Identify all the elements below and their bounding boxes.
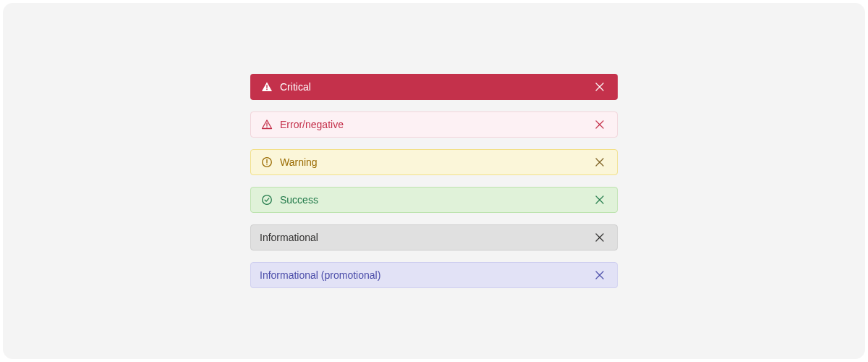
exclamation-circle-icon: [260, 155, 274, 169]
example-canvas: Critical Error/negative Warning: [3, 3, 865, 359]
close-button[interactable]: [590, 265, 610, 285]
banner-stack: Critical Error/negative Warning: [250, 74, 618, 288]
close-button[interactable]: [590, 190, 610, 210]
close-button[interactable]: [590, 77, 610, 97]
banner-warning: Warning: [250, 149, 618, 175]
close-button[interactable]: [590, 114, 610, 135]
checkmark-circle-icon: [260, 193, 274, 207]
banner-critical: Critical: [250, 74, 618, 100]
banner-informational: Informational: [250, 224, 618, 251]
banner-label: Informational: [260, 232, 590, 243]
banner-label: Error/negative: [280, 119, 590, 130]
warning-triangle-filled-icon: [260, 80, 274, 94]
close-button[interactable]: [590, 152, 610, 172]
banner-label: Informational (promotional): [260, 270, 590, 280]
banner-label: Warning: [280, 157, 590, 167]
banner-label: Critical: [280, 82, 590, 92]
warning-triangle-icon: [260, 117, 274, 132]
banner-promotional: Informational (promotional): [250, 262, 618, 288]
banner-error: Error/negative: [250, 111, 618, 138]
svg-point-0: [266, 89, 268, 90]
close-button[interactable]: [590, 227, 610, 248]
banner-label: Success: [280, 195, 590, 205]
svg-point-4: [263, 195, 272, 205]
banner-success: Success: [250, 187, 618, 213]
